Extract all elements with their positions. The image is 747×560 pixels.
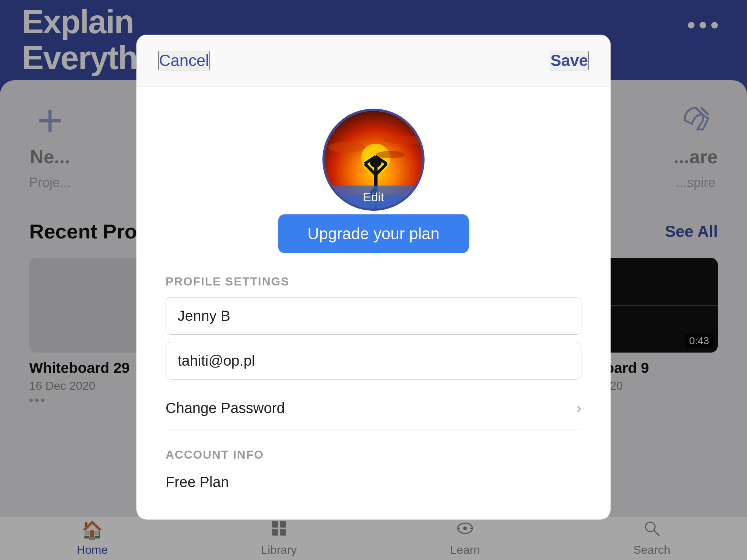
modal-header: Cancel Save [136,35,611,87]
profile-settings-label: PROFILE SETTINGS [166,275,581,288]
svg-point-12 [328,142,365,153]
change-password-label: Change Password [166,400,285,416]
profile-modal: Cancel Save [136,35,611,520]
email-field[interactable] [166,342,581,380]
avatar-edit-label[interactable]: Edit [325,186,422,209]
chevron-right-icon: › [577,400,581,416]
svg-point-14 [376,151,405,158]
cancel-button[interactable]: Cancel [158,51,210,70]
account-info-label: ACCOUNT INFO [166,448,581,462]
change-password-row[interactable]: Change Password › [166,387,581,430]
avatar-wrapper[interactable]: Edit [322,109,425,211]
upgrade-button[interactable]: Upgrade your plan [278,214,469,253]
name-field[interactable] [166,297,581,335]
free-plan-label: Free Plan [166,470,581,490]
modal-body: Edit Upgrade your plan PROFILE SETTINGS … [136,87,611,520]
avatar-section: Edit Upgrade your plan [166,109,581,253]
save-button[interactable]: Save [550,51,589,70]
